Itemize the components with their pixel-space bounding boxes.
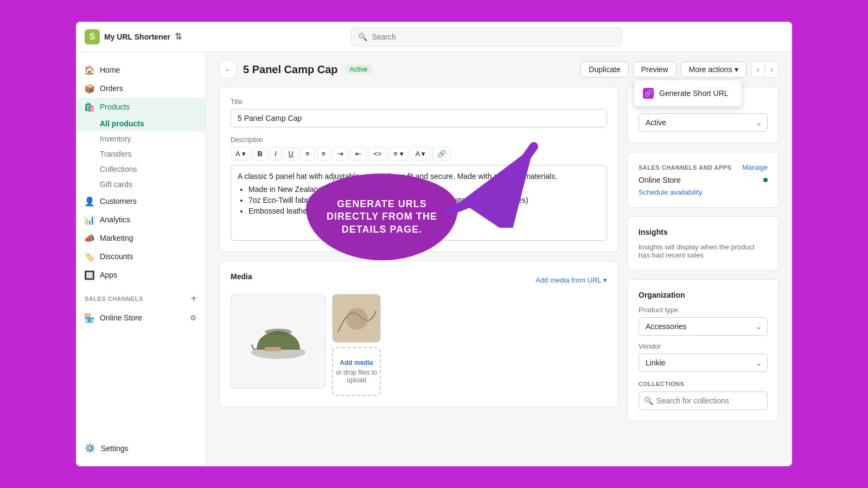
insights-title: Insights — [639, 228, 768, 236]
bold-btn[interactable]: B — [253, 147, 267, 160]
sales-channels-card: SALES CHANNELS AND APPS Manage Online St… — [627, 152, 779, 208]
back-button[interactable]: ← — [219, 61, 237, 78]
page-header: ← 5 Panel Camp Cap Active Duplicate Prev… — [219, 61, 779, 78]
media-upload-area[interactable]: Add media or drop files to upload — [332, 347, 381, 396]
description-editor[interactable]: A classic 5 panel hat with adjustable st… — [231, 165, 607, 241]
sidebar-item-apps[interactable]: 🔲 Apps — [76, 266, 206, 284]
manage-button[interactable]: Manage — [742, 163, 768, 171]
topbar: S My URL Shortener ⇅ 🔍 — [76, 22, 792, 52]
italic-btn[interactable]: I — [270, 147, 282, 160]
add-channel-icon[interactable]: + — [191, 293, 197, 304]
product-type-wrapper: Accessories — [639, 317, 768, 336]
page-header-actions: Duplicate Preview More actions ▾ ‹ › 🔗 — [580, 61, 779, 78]
title-description-card: Title Description A ▾ B I U ≡ ≡ ⇥ ⇤ — [219, 87, 618, 252]
apps-icon: 🔲 — [85, 270, 94, 280]
sidebar-subitem-all-products[interactable]: All products — [76, 116, 206, 131]
sidebar-item-settings[interactable]: ⚙️ Settings — [76, 439, 206, 458]
sidebar-item-label: Marketing — [100, 234, 133, 242]
search-bar[interactable]: 🔍 — [351, 27, 622, 47]
online-store-name: Online Store — [639, 176, 681, 184]
title-label: Title — [231, 98, 607, 106]
add-media-url-label: Add media from URL — [535, 276, 601, 284]
schedule-availability-link[interactable]: Schedule availability — [639, 188, 703, 196]
sidebar-item-label: Customers — [100, 197, 137, 206]
vendor-select[interactable]: Linkie — [639, 354, 768, 372]
store-switcher-icon[interactable]: ⇅ — [175, 31, 182, 42]
drop-files-label: or drop files to upload — [333, 369, 380, 384]
search-collections-icon: 🔍 — [644, 396, 653, 405]
duplicate-button[interactable]: Duplicate — [580, 61, 628, 78]
sidebar-subitem-inventory[interactable]: Inventory — [76, 131, 206, 146]
settings-label: Settings — [101, 444, 129, 453]
product-type-select[interactable]: Accessories — [639, 317, 768, 336]
link-btn[interactable]: 🔗 — [432, 147, 451, 160]
underline-btn[interactable]: U — [284, 147, 298, 160]
sidebar-item-label: Discounts — [100, 252, 133, 261]
sidebar-item-discounts[interactable]: 🏷️ Discounts — [76, 247, 206, 266]
text-color-btn[interactable]: A ▾ — [411, 147, 431, 160]
organization-title: Organization — [639, 291, 768, 299]
ol-btn[interactable]: ≡ — [317, 147, 331, 160]
outdent-btn[interactable]: ⇤ — [350, 147, 366, 160]
code-btn[interactable]: <> — [368, 147, 386, 160]
discounts-icon: 🏷️ — [85, 252, 94, 261]
insights-text: Insights will display when the product h… — [639, 243, 768, 259]
search-input[interactable] — [372, 33, 615, 41]
collections-title: COLLECTIONS — [639, 381, 768, 387]
online-store-row: Online Store — [639, 176, 768, 184]
sidebar-item-home[interactable]: 🏠 Home — [76, 61, 206, 79]
next-product-button[interactable]: › — [765, 61, 779, 78]
collections-search-input[interactable] — [639, 391, 768, 410]
two-column-layout: Title Description A ▾ B I U ≡ ≡ ⇥ ⇤ — [219, 87, 779, 430]
media-thumb-1[interactable] — [332, 294, 381, 343]
editor-toolbar: A ▾ B I U ≡ ≡ ⇥ ⇤ <> ≡ ▾ A ▾ 🔗 — [231, 147, 607, 160]
bullet-2: 7oz Eco-Twill fabric made from 100% recy… — [248, 196, 600, 204]
sidebar-item-customers[interactable]: 👤 Customers — [76, 192, 206, 210]
font-family-btn[interactable]: A ▾ — [231, 147, 251, 160]
align-left-btn[interactable]: ≡ ▾ — [388, 147, 408, 160]
home-icon: 🏠 — [85, 65, 94, 75]
vendor-wrapper: Linkie — [639, 354, 768, 372]
ul-btn[interactable]: ≡ — [301, 147, 315, 160]
brand: S My URL Shortener ⇅ — [85, 29, 182, 44]
prev-product-button[interactable]: ‹ — [751, 61, 765, 78]
sidebar-subitem-collections[interactable]: Collections — [76, 162, 206, 177]
sidebar: 🏠 Home 📦 Orders 🛍️ Products All products… — [76, 52, 206, 466]
media-thumbs: Add media or drop files to upload — [332, 294, 381, 396]
description-text: A classic 5 panel hat with adjustable st… — [238, 172, 557, 181]
more-actions-label: More actions — [689, 65, 732, 74]
sidebar-item-products[interactable]: 🛍️ Products — [76, 98, 206, 116]
indent-btn[interactable]: ⇥ — [333, 147, 348, 160]
media-card: Media Add media from URL ▾ — [219, 261, 618, 407]
sidebar-item-orders[interactable]: 📦 Orders — [76, 79, 206, 98]
active-dot — [763, 178, 768, 182]
generate-short-url-item[interactable]: 🔗 Generate Short URL — [634, 82, 742, 104]
status-select[interactable]: Active — [639, 113, 768, 132]
more-actions-button[interactable]: More actions ▾ — [681, 61, 746, 78]
short-url-icon: 🔗 — [643, 88, 654, 99]
preview-button[interactable]: Preview — [633, 61, 676, 78]
products-icon: 🛍️ — [85, 102, 94, 112]
product-type-label: Product type — [639, 306, 768, 314]
svg-point-4 — [346, 308, 368, 330]
title-input[interactable] — [231, 109, 607, 127]
generate-short-url-label: Generate Short URL — [659, 89, 729, 98]
sidebar-nav: 🏠 Home 📦 Orders 🛍️ Products All products… — [76, 61, 206, 439]
chevron-down-icon: ▾ — [735, 65, 738, 74]
sidebar-subitem-transfers[interactable]: Transfers — [76, 146, 206, 162]
sidebar-item-analytics[interactable]: 📊 Analytics — [76, 210, 206, 229]
side-column: Status Active SALES CHANNELS AND APPS Ma… — [627, 87, 779, 430]
sidebar-item-marketing[interactable]: 📣 Marketing — [76, 229, 206, 247]
nav-arrows: ‹ › — [751, 61, 779, 78]
svg-rect-1 — [265, 347, 281, 351]
description-label: Description — [231, 136, 607, 144]
marketing-icon: 📣 — [85, 233, 94, 243]
main-column: Title Description A ▾ B I U ≡ ≡ ⇥ ⇤ — [219, 87, 618, 430]
sidebar-subitem-gift-cards[interactable]: Gift cards — [76, 177, 206, 192]
sidebar-item-online-store[interactable]: 🏪 Online Store ⚙ — [76, 309, 206, 327]
sales-channels-title: SALES CHANNELS AND APPS — [639, 164, 731, 171]
customers-icon: 👤 — [85, 196, 94, 206]
media-item-main[interactable] — [231, 294, 326, 389]
online-store-settings-icon[interactable]: ⚙ — [190, 313, 197, 322]
add-media-url-button[interactable]: Add media from URL ▾ — [535, 276, 607, 284]
